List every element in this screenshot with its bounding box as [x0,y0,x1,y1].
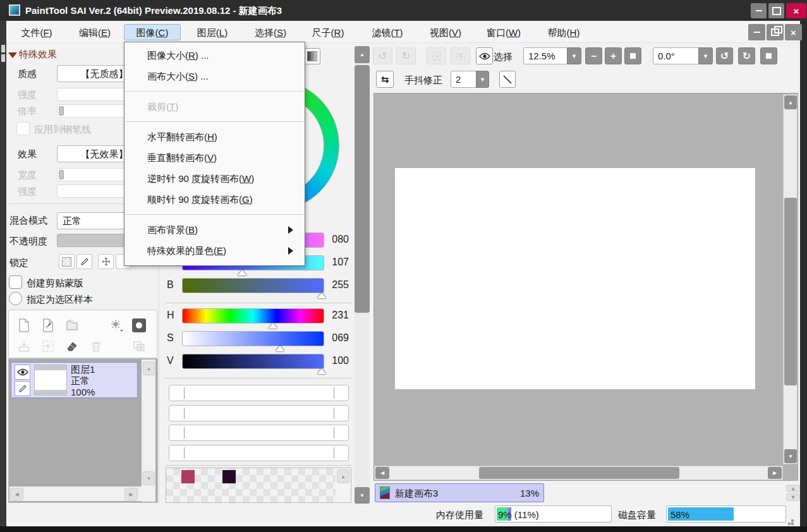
color-slider-thumb-B[interactable] [317,293,326,298]
transform-tool-button[interactable] [108,317,124,334]
menu-item-E[interactable]: 特殊效果的显色(E) [124,240,305,261]
color-slider-thumb-G[interactable] [238,270,246,275]
menu-item-H[interactable]: 水平翻转画布(H) [124,126,305,147]
menu-item-S[interactable]: 画布大小(S) ... [124,66,305,87]
redo-button[interactable]: ↻ [396,47,416,64]
transform-selection-button[interactable] [427,47,446,64]
menubar-item-S[interactable]: 选择(S) [246,24,294,40]
line-tool-button[interactable] [499,71,516,88]
dock-grip[interactable] [1,54,5,62]
undo-button[interactable]: ↺ [373,47,392,64]
canvas-hscrollbar-thumb[interactable] [479,467,679,479]
menubar-item-V[interactable]: 视图(V) [422,24,469,40]
layer-list-hscrollbar[interactable] [9,487,142,501]
mdi-close-button[interactable]: × [785,24,802,40]
new-folder-button[interactable] [64,317,80,334]
add-selection-button[interactable] [40,338,56,354]
canvas-scroll-down[interactable]: ▼ [784,449,797,463]
mdi-minimize-button[interactable] [748,24,765,40]
color-slider-thumb-V[interactable] [317,368,326,374]
zoom-combo-arrow[interactable]: ▼ [567,47,581,64]
canvas-scroll-up[interactable]: ▲ [784,95,797,109]
panel-scroll-up[interactable]: ▲ [355,46,370,63]
canvas-document[interactable] [395,168,755,389]
menubar-item-L[interactable]: 图层(L) [188,24,236,40]
menubar-item-H[interactable]: 帮助(H) [540,24,588,40]
layer-list-scroll-down[interactable]: ▼ [143,471,155,485]
lock-button-pencil-lock-icon[interactable] [76,254,92,269]
stabilizer-combo-arrow[interactable]: ▼ [476,71,489,88]
palette-swatch-1[interactable] [181,470,195,483]
dock-grip[interactable] [1,45,5,52]
menu-item-W[interactable]: 逆时针 90 度旋转画布(W) [124,168,305,189]
menubar-item-T[interactable]: 滤镜(T) [365,24,410,40]
menubar-item-W[interactable]: 窗口(W) [479,24,528,40]
color-slider-B[interactable] [182,278,324,293]
layer-editing-indicator[interactable] [15,381,30,396]
layer-list-scroll-left[interactable]: ◀ [10,488,23,500]
mixer-slider-2[interactable] [169,405,349,421]
resize-grip[interactable] [791,519,794,522]
color-slider-thumb-S[interactable] [276,346,284,351]
apply-to-pen-checkbox[interactable] [16,122,30,135]
menu-item-T[interactable]: 裁剪(T) [124,96,305,117]
color-swatch-button[interactable] [304,48,320,64]
menubar-item-R[interactable]: 尺子(R) [306,24,350,40]
color-slider-H[interactable] [182,308,324,323]
stabilizer-combobox[interactable]: 2 [451,71,476,88]
maximize-button[interactable] [768,3,784,18]
layer-list-scroll-up[interactable]: ▲ [143,361,155,375]
zoom-in-button[interactable]: + [605,47,622,64]
eraser-button[interactable] [64,338,80,354]
selection-visibility-button[interactable] [476,47,493,64]
color-slider-S[interactable] [182,331,324,346]
color-slider-thumb-H[interactable] [269,323,277,329]
layer-list-scroll-right[interactable]: ▶ [124,488,138,500]
menubar-item-F[interactable]: 文件(F) [13,24,61,40]
mixer-slider-3[interactable] [169,425,349,441]
canvas-scroll-right[interactable]: ▶ [768,467,782,479]
canvas-vscrollbar-thumb[interactable] [784,198,797,385]
new-layer-button[interactable] [16,317,32,334]
rotate-ccw-button[interactable]: ↺ [716,47,733,64]
merge-down-button[interactable] [16,338,32,354]
menu-item-R[interactable]: 图像大小(R) ... [124,45,305,66]
duplicate-layer-button[interactable] [131,338,147,354]
canvas-scroll-left[interactable]: ◀ [375,467,389,479]
menu-item-V[interactable]: 垂直翻转画布(V) [124,147,305,168]
panel-scrollbar-thumb[interactable] [355,65,370,313]
close-button[interactable]: × [786,3,806,18]
mask-button[interactable] [131,317,147,334]
lock-button-transparency-lock-icon[interactable] [59,254,75,269]
tabbar-scroll-up[interactable]: ▲ [786,485,800,492]
panel-scroll-down[interactable]: ▼ [355,487,370,504]
trash-button[interactable] [88,338,104,354]
angle-combo-arrow[interactable]: ▼ [698,47,713,64]
swap-color-button[interactable]: ⇆ [376,71,394,88]
new-vector-layer-button[interactable] [40,317,56,334]
rotate-cw-button[interactable]: ↻ [738,47,755,64]
mdi-restore-button[interactable] [767,24,784,40]
clipping-mask-checkbox[interactable] [9,275,22,289]
layer-visibility-toggle[interactable] [15,365,30,380]
effect-width-knob[interactable] [59,170,64,179]
selection-outline-button[interactable] [451,47,470,64]
mixer-slider-1[interactable] [169,385,349,401]
angle-combobox[interactable]: 0.0° [653,47,699,64]
menu-item-B[interactable]: 画布背景(B) [124,219,305,240]
texture-scale-knob[interactable] [59,106,64,116]
menubar-item-C[interactable]: 图像(C) [124,24,181,40]
zoom-out-button[interactable]: − [585,47,602,64]
zoom-reset-button[interactable] [624,47,641,64]
swatch-scroll-up[interactable]: ▲ [337,469,349,483]
zoom-combobox[interactable]: 12.5% [523,47,567,64]
selection-sample-radio[interactable] [9,292,22,305]
color-slider-V[interactable] [182,354,324,369]
palette-swatch-2[interactable] [222,470,236,483]
menubar-item-E[interactable]: 编辑(E) [71,24,119,40]
lock-button-move-lock-icon[interactable] [98,254,114,269]
minimize-button[interactable] [751,3,767,18]
menu-item-G[interactable]: 顺时针 90 度旋转画布(G) [124,189,305,210]
collapse-triangle-icon[interactable] [8,52,17,58]
tabbar-scroll-down[interactable]: ▼ [786,493,800,501]
